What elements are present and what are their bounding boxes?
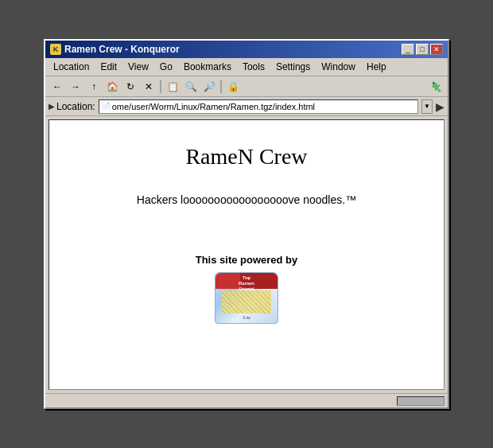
location-arrow-icon: ▶ [49, 102, 55, 111]
file-icon: 📄 [101, 102, 111, 111]
home-button[interactable]: 🏠 [103, 79, 121, 95]
menu-edit[interactable]: Edit [95, 60, 122, 74]
ramen-image: TopRamenOriental 3 oz [215, 272, 278, 324]
page-title: RameN Crew [185, 144, 307, 169]
page-subtitle: Hackers looooooooooooooooove noodles.™ [137, 193, 356, 206]
zoom-out-button[interactable]: 🔎 [200, 79, 218, 95]
title-bar-left: K Ramen Crew - Konqueror [50, 44, 180, 55]
ramen-package-bottom: 3 oz [243, 315, 250, 320]
location-label-wrap: ▶ Location: [49, 101, 95, 112]
menu-settings[interactable]: Settings [271, 60, 315, 74]
konq-logo: 🦎 [427, 79, 444, 95]
browser-window: K Ramen Crew - Konqueror _ □ ✕ Location … [44, 39, 449, 409]
location-dropdown-button[interactable]: ▼ [421, 99, 433, 114]
status-indicator [397, 396, 444, 406]
close-button[interactable]: ✕ [430, 44, 443, 55]
ramen-noodles [222, 290, 271, 314]
minimize-button[interactable]: _ [402, 44, 414, 55]
menu-bookmarks[interactable]: Bookmarks [179, 60, 236, 74]
toolbar-separator [160, 80, 161, 93]
menu-tools[interactable]: Tools [238, 60, 270, 74]
toolbar: ← → ↑ 🏠 ↻ ✕ 📋 🔍 🔎 🔒 🦎 [45, 76, 448, 97]
security-button[interactable]: 🔒 [224, 79, 242, 95]
maximize-button[interactable]: □ [416, 44, 429, 55]
ramen-package: TopRamenOriental 3 oz [215, 272, 278, 324]
window-controls: _ □ ✕ [402, 44, 443, 55]
content-area: RameN Crew Hackers looooooooooooooooove … [49, 119, 444, 390]
menu-help[interactable]: Help [362, 60, 391, 74]
menu-view[interactable]: View [123, 60, 153, 74]
window-title: Ramen Crew - Konqueror [64, 44, 180, 55]
app-icon: K [50, 44, 61, 55]
menu-window[interactable]: Window [316, 60, 360, 74]
status-bar [45, 393, 448, 407]
menu-location[interactable]: Location [49, 60, 94, 74]
back-button[interactable]: ← [49, 79, 66, 95]
title-bar: K Ramen Crew - Konqueror _ □ ✕ [45, 41, 448, 58]
stop-button[interactable]: ✕ [140, 79, 157, 95]
powered-by-text: This site powered by [196, 254, 298, 266]
location-bar: ▶ Location: 📄 ▼ ▶ [45, 97, 448, 116]
toolbar-separator2 [220, 80, 222, 93]
forward-button[interactable]: → [67, 79, 84, 95]
location-label-text: Location: [56, 101, 95, 112]
location-input[interactable] [112, 102, 416, 111]
powered-by-section: This site powered by TopRamenOriental 3 … [196, 254, 298, 324]
menu-go[interactable]: Go [155, 60, 177, 74]
reload-button[interactable]: ↻ [122, 79, 139, 95]
location-input-wrap[interactable]: 📄 [99, 99, 418, 114]
up-button[interactable]: ↑ [85, 79, 103, 95]
menu-bar: Location Edit View Go Bookmarks Tools Se… [45, 58, 448, 76]
copy-button[interactable]: 📋 [164, 79, 181, 95]
location-go-button[interactable]: ▶ [436, 100, 444, 113]
zoom-in-button[interactable]: 🔍 [182, 79, 200, 95]
